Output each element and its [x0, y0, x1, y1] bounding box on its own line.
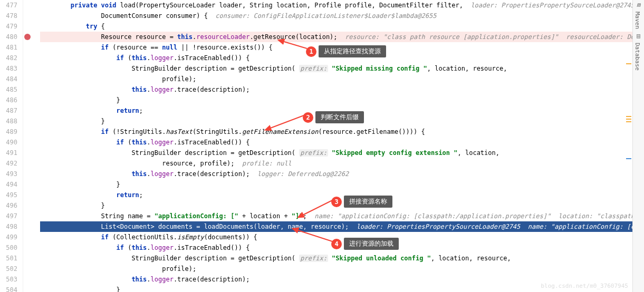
- line-number: 485: [0, 84, 17, 95]
- line-number: 487: [0, 105, 17, 116]
- code-line[interactable]: }: [40, 179, 644, 190]
- line-number: 497: [0, 211, 17, 221]
- code-line[interactable]: List<Document> documents = loadDocuments…: [40, 221, 644, 232]
- code-line[interactable]: String name = "applicationConfig: [" + l…: [40, 211, 644, 221]
- line-number: 504: [0, 285, 17, 292]
- code-line[interactable]: profile);: [40, 264, 644, 274]
- code-line[interactable]: StringBuilder description = getDescripti…: [40, 148, 644, 158]
- callout-number: 2: [303, 112, 313, 123]
- code-line[interactable]: try {: [40, 21, 644, 32]
- line-number: 501: [0, 253, 17, 264]
- line-number: 486: [0, 95, 17, 105]
- line-number: 488: [0, 116, 17, 126]
- line-number: 502: [0, 264, 17, 274]
- code-line[interactable]: private void load(PropertySourceLoader l…: [40, 0, 644, 11]
- line-number: 479: [0, 21, 17, 32]
- code-line[interactable]: StringBuilder description = getDescripti…: [40, 253, 644, 264]
- line-number: 494: [0, 179, 17, 190]
- line-number: 503: [0, 274, 17, 285]
- code-line[interactable]: StringBuilder description = getDescripti…: [40, 63, 644, 74]
- line-number: 491: [0, 148, 17, 158]
- callout-label: 从指定路径查找资源: [319, 45, 386, 57]
- right-toolbar: m Maven ▤ Database: [632, 0, 644, 292]
- annotation-callout: 4进行资源的加载: [331, 238, 399, 250]
- database-icon[interactable]: ▤: [633, 31, 644, 41]
- callout-label: 拼接资源名称: [344, 196, 392, 208]
- line-number: 500: [0, 242, 17, 253]
- line-number: 483: [0, 63, 17, 74]
- line-number: 493: [0, 169, 17, 179]
- code-line[interactable]: this.logger.trace(description); logger: …: [40, 169, 644, 179]
- line-number: 481: [0, 42, 17, 53]
- code-line[interactable]: DocumentConsumer consumer) { consumer: C…: [40, 11, 644, 21]
- callout-number: 1: [306, 46, 316, 57]
- code-line[interactable]: profile);: [40, 74, 644, 84]
- callout-label: 判断文件后缀: [315, 111, 364, 123]
- line-number: 495: [0, 190, 17, 200]
- line-number: 498: [0, 221, 17, 232]
- code-line[interactable]: Resource resource = this.resourceLoader.…: [40, 32, 644, 42]
- line-number: 496: [0, 200, 17, 211]
- annotation-callout: 3拼接资源名称: [331, 196, 392, 208]
- code-line[interactable]: if (!StringUtils.hasText(StringUtils.get…: [40, 126, 644, 137]
- code-line[interactable]: resource, profile); profile: null: [40, 158, 644, 169]
- line-number: 484: [0, 74, 17, 84]
- line-number: 482: [0, 53, 17, 63]
- annotation-callout: 2判断文件后缀: [303, 111, 364, 123]
- callout-number: 4: [331, 239, 342, 249]
- database-tool[interactable]: Database: [633, 41, 642, 73]
- maven-tool[interactable]: Maven: [633, 9, 642, 31]
- code-line[interactable]: if (this.logger.isTraceEnabled()) {: [40, 137, 644, 148]
- maven-icon[interactable]: m: [633, 0, 644, 9]
- line-number: 499: [0, 232, 17, 242]
- line-number: 478: [0, 11, 17, 21]
- code-line[interactable]: }: [40, 95, 644, 105]
- watermark: blog.csdn.net/m0_37607945: [541, 283, 628, 289]
- code-editor[interactable]: 4774784794804814824834844854864874884894…: [0, 0, 644, 292]
- breakpoint-marker[interactable]: [24, 34, 31, 40]
- line-number-gutter: 4774784794804814824834844854864874884894…: [0, 0, 23, 292]
- annotation-callout: 1从指定路径查找资源: [306, 45, 386, 57]
- line-number: 489: [0, 126, 17, 137]
- fold-gutter[interactable]: [33, 0, 40, 292]
- callout-number: 3: [331, 197, 342, 207]
- code-line[interactable]: this.logger.trace(description);: [40, 84, 644, 95]
- minimap[interactable]: [625, 0, 631, 292]
- breakpoint-gutter[interactable]: [23, 0, 33, 292]
- line-number: 480: [0, 32, 17, 42]
- line-number: 477: [0, 0, 17, 11]
- line-number: 490: [0, 137, 17, 148]
- line-number: 492: [0, 158, 17, 169]
- callout-label: 进行资源的加载: [344, 238, 399, 250]
